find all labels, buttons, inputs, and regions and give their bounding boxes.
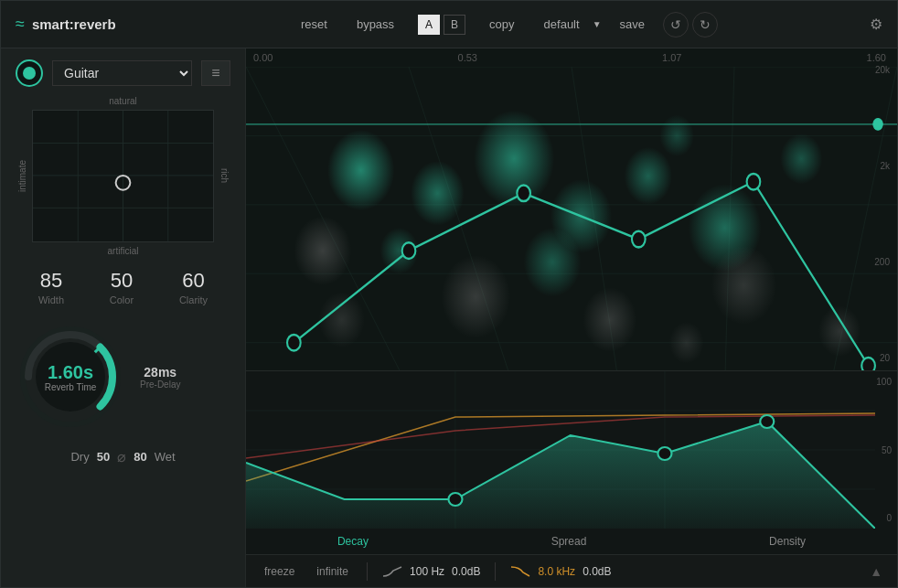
pre-delay-label: Pre-Delay — [140, 380, 180, 390]
clarity-label: Clarity — [179, 294, 208, 305]
instrument-dot — [23, 67, 36, 80]
char-label-bottom: artificial — [108, 246, 139, 256]
eq-svg[interactable] — [246, 371, 875, 529]
svg-point-52 — [760, 415, 774, 428]
lowcut-curve-icon — [382, 565, 402, 578]
svg-point-28 — [524, 228, 582, 296]
clarity-value: 60 — [182, 269, 204, 293]
eq-icon: ≡ — [211, 65, 219, 81]
spectrum-freq-ruler: 20k 2k 200 20 — [874, 48, 893, 370]
svg-point-31 — [442, 255, 510, 338]
preset-name: default — [539, 14, 585, 35]
pre-delay-info[interactable]: 28ms Pre-Delay — [140, 365, 180, 390]
reverb-knob-label: 1.60s Reverb Time — [45, 362, 97, 392]
undo-redo-group: ↺ ↻ — [663, 12, 718, 37]
left-panel: Guitar Piano Drums Vocals ≡ natural inti… — [1, 48, 246, 587]
highcut-db: 0.0dB — [583, 565, 611, 578]
lowcut-db: 0.0dB — [452, 565, 480, 578]
reverb-time-label: Reverb Time — [45, 382, 97, 392]
redo-button[interactable]: ↻ — [692, 12, 718, 37]
svg-point-37 — [287, 335, 301, 351]
preset-arrow-icon: ▼ — [593, 19, 602, 29]
color-label: Color — [110, 294, 134, 305]
svg-point-20 — [327, 130, 394, 210]
divider-2 — [495, 562, 496, 581]
ab-a-button[interactable]: A — [418, 15, 440, 35]
infinite-button[interactable]: infinite — [313, 563, 352, 580]
lowcut-freq: 100 Hz — [410, 565, 444, 578]
svg-point-33 — [711, 246, 776, 324]
color-control[interactable]: 50 Color — [110, 269, 134, 305]
eq-toggle-button[interactable]: ≡ — [201, 60, 230, 86]
svg-point-32 — [583, 287, 637, 351]
freq-20k: 20k — [874, 65, 890, 75]
dry-wet-row: Dry 50 ⌀ 80 Wet — [16, 444, 230, 469]
color-value: 50 — [111, 269, 133, 293]
instrument-indicator — [16, 59, 43, 87]
save-button[interactable]: save — [620, 17, 645, 31]
svg-point-39 — [517, 185, 530, 201]
char-pad-grid — [33, 111, 213, 241]
character-pad[interactable] — [32, 110, 214, 242]
eq-decay-label: Decay — [337, 535, 369, 548]
settings-button[interactable]: ⚙ — [870, 16, 882, 33]
character-pad-container: natural intimate — [16, 96, 230, 256]
ab-group: A B — [418, 15, 465, 35]
eq-density-label: Density — [769, 535, 806, 548]
svg-point-50 — [448, 493, 462, 506]
highcut-filter-group: 8.0 kHz 0.0dB — [510, 565, 611, 578]
width-label: Width — [38, 294, 64, 305]
eq-section-labels: Decay Spread Density — [246, 529, 897, 554]
svg-point-26 — [780, 134, 822, 184]
ruler-1: 0.53 — [458, 52, 477, 63]
freq-20: 20 — [874, 353, 890, 363]
main-content: Guitar Piano Drums Vocals ≡ natural inti… — [1, 48, 897, 587]
bottom-right: ▲ — [870, 564, 882, 579]
width-control[interactable]: 85 Width — [38, 269, 64, 305]
eq-ruler-right: 100 50 0 — [874, 371, 893, 529]
svg-point-38 — [402, 242, 416, 259]
freeze-button[interactable]: freeze — [261, 563, 298, 580]
logo-icon: ≈ — [16, 15, 25, 34]
svg-point-29 — [659, 115, 694, 156]
expand-button[interactable]: ▲ — [870, 564, 882, 579]
freq-200: 200 — [874, 257, 890, 267]
clarity-control[interactable]: 60 Clarity — [179, 269, 208, 305]
spectrum-container: 0.00 0.53 1.07 1.60 20k 2k 200 20 — [246, 48, 897, 371]
ruler-0: 0.00 — [253, 52, 273, 63]
freq-2k: 2k — [874, 161, 890, 171]
reverb-knob[interactable]: 1.60s Reverb Time — [16, 322, 125, 432]
char-pad-row: intimate — [16, 110, 230, 242]
eq-spread-label: Spread — [551, 535, 587, 548]
dry-value[interactable]: 50 — [97, 450, 110, 464]
undo-button[interactable]: ↺ — [663, 12, 689, 37]
reverb-time-value: 1.60s — [45, 362, 97, 382]
char-label-left: intimate — [16, 110, 28, 242]
wcq-row: 85 Width 50 Color 60 Clarity — [16, 265, 230, 309]
top-controls: reset bypass A B copy default ▼ save ↺ ↻ — [162, 12, 851, 37]
bottom-bar: freeze infinite 100 Hz 0.0dB 8.0 kHz — [246, 554, 897, 587]
spectrum-svg[interactable] — [246, 67, 897, 371]
instrument-select[interactable]: Guitar Piano Drums Vocals — [52, 60, 192, 86]
knob-area: 1.60s Reverb Time 28ms Pre-Delay — [16, 318, 230, 435]
svg-marker-49 — [246, 422, 875, 529]
svg-point-41 — [747, 174, 761, 190]
eq-0: 0 — [876, 513, 892, 523]
char-label-right: rich — [218, 110, 230, 242]
eq-100: 100 — [876, 377, 892, 387]
instrument-row: Guitar Piano Drums Vocals ≡ — [16, 59, 230, 87]
lowcut-filter-group: 100 Hz 0.0dB — [382, 565, 480, 578]
wet-value[interactable]: 80 — [134, 450, 146, 464]
svg-point-36 — [319, 292, 365, 347]
ab-b-button[interactable]: B — [444, 15, 465, 35]
svg-point-24 — [625, 147, 672, 205]
svg-point-34 — [818, 305, 861, 356]
svg-point-30 — [294, 216, 351, 284]
reset-button[interactable]: reset — [295, 14, 333, 35]
divider-1 — [367, 562, 368, 581]
bypass-button[interactable]: bypass — [351, 14, 400, 35]
svg-point-51 — [657, 447, 671, 460]
svg-point-35 — [669, 322, 704, 363]
copy-button[interactable]: copy — [484, 14, 519, 35]
top-bar: ≈ smart:reverb reset bypass A B copy def… — [1, 1, 897, 48]
